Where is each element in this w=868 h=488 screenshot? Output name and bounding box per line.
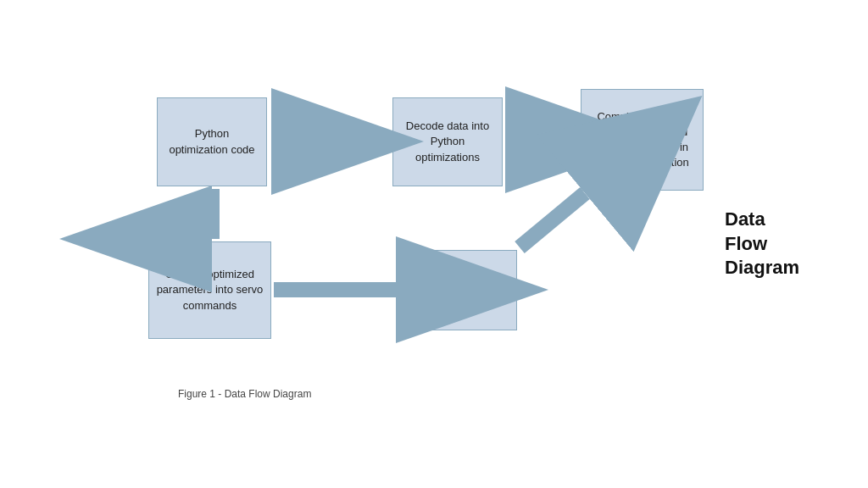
diagram-caption: Figure 1 - Data Flow Diagram	[178, 388, 311, 400]
arrow-pass-to-compile	[520, 193, 585, 247]
box-decode: Decode data into Python optimizations	[392, 97, 503, 186]
box-pass-deo: Pass the DE0 Nano the servo commands	[398, 250, 517, 330]
title-line3: Diagram	[725, 256, 799, 280]
box-convert: Convert optimized parameters into servo …	[148, 241, 271, 339]
title-line2: Flow	[725, 232, 799, 257]
box-compile: Compile data from accelerometer and gyro…	[581, 89, 704, 191]
box-compile-label: Compile data from accelerometer and gyro…	[588, 109, 696, 171]
box-python-optimization: Python optimization code	[157, 97, 267, 186]
box-pass-deo-label: Pass the DE0 Nano the servo commands	[406, 274, 509, 305]
title-line1: Data	[725, 208, 799, 232]
box-decode-label: Decode data into Python optimizations	[400, 119, 495, 165]
diagram-container: Python optimization code Decode data int…	[0, 0, 868, 488]
box-convert-label: Convert optimized parameters into servo …	[156, 267, 264, 313]
box-python-optimization-label: Python optimization code	[164, 126, 259, 157]
diagram-title: Data Flow Diagram	[725, 208, 799, 280]
